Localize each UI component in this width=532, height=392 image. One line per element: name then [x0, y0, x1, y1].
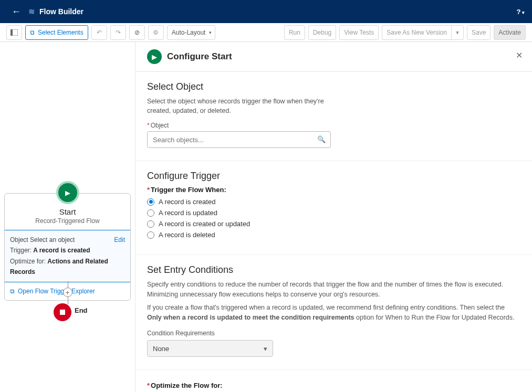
config-panel: ▶ Configure Start ✕ Select Object Select… [135, 42, 532, 392]
select-object-heading: Select Object [147, 81, 520, 92]
configure-trigger-heading: Configure Trigger [147, 171, 520, 182]
end-label: End [75, 306, 88, 314]
edit-link[interactable]: Edit [114, 235, 125, 245]
debug-button[interactable]: Debug [308, 25, 336, 40]
undo-button[interactable]: ↶ [91, 25, 107, 40]
start-node[interactable]: ▶ [56, 181, 79, 204]
add-element-button[interactable]: + [63, 288, 72, 297]
copy-icon: ⧉ [30, 29, 35, 36]
optimize-heading: Optimize the Flow for: [147, 382, 520, 389]
save-as-new-button[interactable]: Save As New Version [382, 25, 451, 40]
block-icon-button[interactable]: ⊘ [129, 25, 145, 40]
trigger-option-deleted[interactable]: A record is deleted [147, 231, 520, 239]
select-elements-button[interactable]: ⧉ Select Elements [25, 25, 88, 40]
trigger-option-updated[interactable]: A record is updated [147, 209, 520, 217]
search-icon: 🔍 [317, 135, 326, 143]
gear-icon-button[interactable]: ⚙ [148, 25, 164, 40]
flow-canvas[interactable]: ▶ Start Record-Triggered Flow Edit Objec… [0, 42, 135, 392]
end-node[interactable] [54, 303, 71, 321]
start-subtitle: Record-Triggered Flow [10, 217, 125, 225]
activate-button[interactable]: Activate [494, 25, 526, 40]
condition-req-select[interactable]: None [147, 340, 273, 357]
condition-req-label: Condition Requirements [147, 330, 520, 337]
object-label: Object [147, 122, 520, 129]
layout-mode-select[interactable]: Auto-Layout [167, 25, 216, 40]
start-title: Start [10, 207, 125, 216]
view-tests-button[interactable]: View Tests [339, 25, 379, 40]
help-button[interactable]: ? [517, 8, 525, 16]
panel-title: Configure Start [167, 51, 232, 62]
redo-button[interactable]: ↷ [110, 25, 126, 40]
back-button[interactable]: ← [7, 4, 25, 19]
play-icon: ▶ [147, 49, 162, 64]
flow-icon: ≋ [28, 7, 35, 16]
panel-toggle-button[interactable] [6, 25, 22, 40]
svg-rect-1 [11, 29, 13, 36]
trigger-option-created[interactable]: A record is created [147, 198, 520, 206]
close-icon[interactable]: ✕ [516, 50, 523, 60]
trigger-option-created-updated[interactable]: A record is created or updated [147, 220, 520, 228]
save-as-caret[interactable]: ▾ [451, 25, 464, 40]
save-button[interactable]: Save [467, 25, 491, 40]
brand: ≋ Flow Builder [28, 7, 84, 16]
app-title: Flow Builder [39, 7, 84, 16]
object-search-input[interactable] [147, 131, 331, 148]
entry-conditions-heading: Set Entry Conditions [147, 264, 520, 276]
run-button[interactable]: Run [284, 25, 305, 40]
external-icon: ⧉ [10, 288, 15, 295]
